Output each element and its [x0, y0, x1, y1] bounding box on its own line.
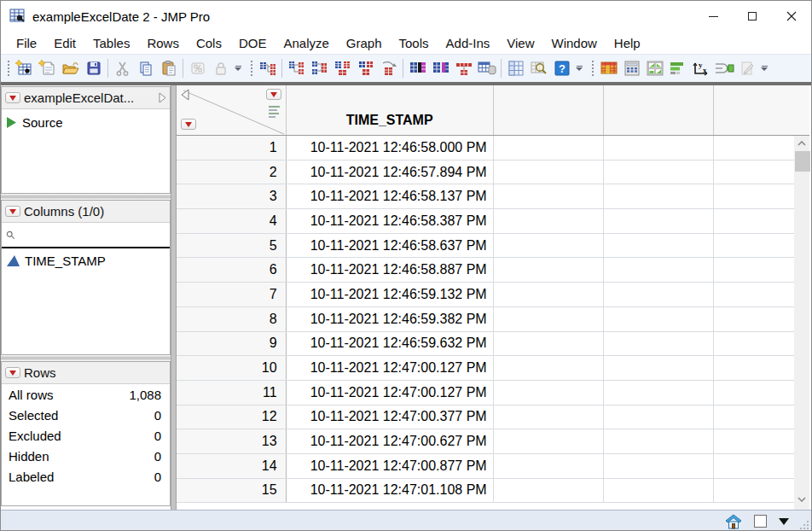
- menu-item[interactable]: Edit: [45, 36, 84, 50]
- menu-item[interactable]: View: [498, 36, 542, 50]
- rows-stat-row[interactable]: Labeled 0: [2, 466, 170, 487]
- menu-item[interactable]: Tools: [391, 36, 438, 50]
- split-icon[interactable]: [285, 57, 308, 79]
- scroll-up-icon[interactable]: [794, 136, 810, 150]
- empty-cell[interactable]: [604, 429, 714, 453]
- timestamp-cell[interactable]: 10-11-2021 12:46:58.137 PM: [287, 184, 494, 208]
- empty-cell[interactable]: [714, 429, 794, 453]
- row-number-cell[interactable]: 10: [177, 356, 287, 380]
- menu-item[interactable]: Add-Ins: [438, 36, 499, 50]
- toolbar-grip[interactable]: [591, 60, 594, 77]
- empty-cell[interactable]: [494, 479, 604, 503]
- toolbar-grip[interactable]: [250, 60, 253, 77]
- graph-builder-icon[interactable]: [666, 57, 689, 79]
- empty-cell[interactable]: [604, 234, 714, 258]
- toolbar-overflow-icon[interactable]: [758, 57, 770, 79]
- empty-cell[interactable]: [494, 454, 604, 478]
- empty-cell[interactable]: [604, 307, 714, 331]
- table-row[interactable]: 12 10-11-2021 12:47:00.377 PM: [177, 406, 794, 430]
- timestamp-cell[interactable]: 10-11-2021 12:47:00.127 PM: [287, 356, 494, 380]
- rows-stat-row[interactable]: Hidden 0: [2, 446, 170, 466]
- timestamp-cell[interactable]: 10-11-2021 12:46:58.000 PM: [287, 136, 494, 160]
- paste-icon[interactable]: [157, 57, 180, 79]
- row-number-cell[interactable]: 2: [177, 160, 287, 184]
- timestamp-cell[interactable]: 10-11-2021 12:47:00.877 PM: [287, 454, 494, 478]
- column-list-icon[interactable]: [269, 106, 280, 120]
- source-script-item[interactable]: Source: [2, 109, 170, 136]
- row-number-cell[interactable]: 4: [177, 209, 287, 233]
- empty-cell[interactable]: [604, 381, 714, 405]
- sidebar-table-splitter[interactable]: [171, 85, 177, 510]
- vertical-scrollbar-track[interactable]: [794, 136, 810, 510]
- empty-cell[interactable]: [714, 479, 794, 503]
- red-triangle-menu-icon[interactable]: [5, 206, 20, 217]
- empty-cell[interactable]: [604, 209, 714, 233]
- empty-cell[interactable]: [604, 332, 714, 356]
- minimize-button[interactable]: [693, 1, 733, 32]
- empty-cell[interactable]: [494, 406, 604, 429]
- query-builder-icon[interactable]: [475, 57, 498, 79]
- toolbar-overflow-icon[interactable]: [573, 57, 585, 79]
- table-row[interactable]: 1 10-11-2021 12:46:58.000 PM: [177, 136, 794, 160]
- vertical-scrollbar-thumb[interactable]: [795, 151, 810, 172]
- selection-box-icon[interactable]: [754, 515, 767, 528]
- empty-cell[interactable]: [494, 136, 604, 160]
- menu-item[interactable]: Graph: [338, 36, 391, 50]
- empty-cell[interactable]: [714, 258, 794, 282]
- home-icon[interactable]: [725, 514, 742, 529]
- join-icon[interactable]: [331, 57, 354, 79]
- empty-cell[interactable]: [604, 356, 714, 380]
- concatenate-icon[interactable]: [354, 57, 377, 79]
- row-number-cell[interactable]: 9: [177, 332, 287, 356]
- empty-cell[interactable]: [494, 307, 604, 331]
- empty-cell[interactable]: [604, 479, 714, 503]
- table-row[interactable]: 2 10-11-2021 12:46:57.894 PM: [177, 160, 794, 185]
- row-number-cell[interactable]: 13: [177, 429, 287, 453]
- empty-cell[interactable]: [494, 234, 604, 258]
- stack-icon[interactable]: [308, 57, 331, 79]
- row-number-cell[interactable]: 5: [177, 234, 287, 258]
- columns-red-triangle-icon[interactable]: [266, 89, 281, 100]
- table-row[interactable]: 5 10-11-2021 12:46:58.637 PM: [177, 234, 794, 259]
- empty-cell[interactable]: [494, 283, 604, 306]
- new-journal-icon[interactable]: [36, 57, 59, 79]
- empty-cell[interactable]: [494, 356, 604, 380]
- panel-splitter[interactable]: [1, 194, 171, 200]
- empty-cell[interactable]: [604, 258, 714, 282]
- empty-cell[interactable]: [714, 332, 794, 356]
- lock-icon[interactable]: [209, 57, 232, 79]
- menu-item[interactable]: Tables: [84, 36, 138, 50]
- empty-cell[interactable]: [714, 184, 794, 208]
- table-row[interactable]: 13 10-11-2021 12:47:00.627 PM: [177, 429, 794, 454]
- timestamp-cell[interactable]: 10-11-2021 12:47:00.627 PM: [287, 429, 494, 453]
- row-number-cell[interactable]: 14: [177, 454, 287, 478]
- empty-cell[interactable]: [494, 332, 604, 356]
- timestamp-cell[interactable]: 10-11-2021 12:46:59.132 PM: [287, 283, 494, 306]
- resize-grip-icon[interactable]: [799, 520, 809, 530]
- transpose-icon[interactable]: [377, 57, 400, 79]
- empty-cell[interactable]: [604, 136, 714, 160]
- column-header-empty[interactable]: [494, 85, 604, 135]
- status-dropdown-icon[interactable]: [779, 518, 789, 525]
- timestamp-cell[interactable]: 10-11-2021 12:46:57.894 PM: [287, 160, 494, 184]
- empty-cell[interactable]: [714, 283, 794, 306]
- timestamp-cell[interactable]: 10-11-2021 12:47:01.108 PM: [287, 479, 494, 503]
- new-data-table-icon[interactable]: [13, 57, 36, 79]
- columns-search-input[interactable]: [15, 229, 165, 242]
- red-triangle-menu-icon[interactable]: [5, 92, 20, 103]
- rows-stat-row[interactable]: Excluded 0: [2, 425, 170, 446]
- menu-item[interactable]: Cols: [188, 36, 230, 50]
- data-filter-icon[interactable]: [597, 57, 620, 79]
- column-header-empty[interactable]: [604, 85, 714, 135]
- empty-cell[interactable]: [714, 136, 794, 160]
- row-number-cell[interactable]: 8: [177, 307, 287, 331]
- rows-red-triangle-icon[interactable]: [181, 119, 196, 130]
- table-row[interactable]: 15 10-11-2021 12:47:01.108 PM: [177, 479, 794, 504]
- merge-icon[interactable]: [429, 57, 452, 79]
- row-number-cell[interactable]: 12: [177, 406, 287, 429]
- empty-cell[interactable]: [714, 381, 794, 405]
- update-icon[interactable]: [406, 57, 429, 79]
- timestamp-cell[interactable]: 10-11-2021 12:46:58.887 PM: [287, 258, 494, 282]
- hierarchy-icon[interactable]: [256, 57, 279, 79]
- table-row[interactable]: 10 10-11-2021 12:47:00.127 PM: [177, 356, 794, 381]
